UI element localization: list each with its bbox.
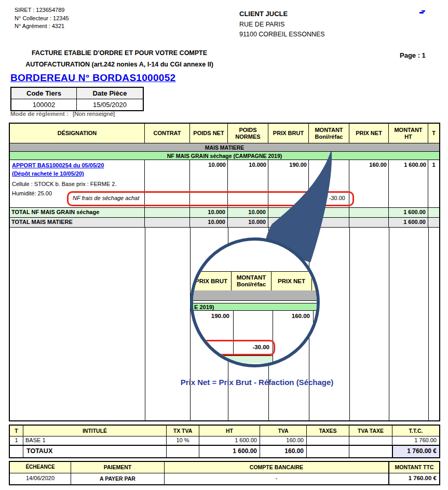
magnifier-circle: PRIX BRUT MONTANT Boni/réfac PRIX NET E … bbox=[190, 237, 320, 367]
apport-poids-normes: 10.000 bbox=[228, 162, 266, 168]
col-header-montant-ht: MONTANT HT bbox=[389, 124, 428, 143]
due-table: ÉCHEANCE PAIEMENT COMPTE BANCAIRE MONTAN… bbox=[9, 461, 440, 485]
tax-header-tx-tva: TX TVA bbox=[167, 426, 199, 436]
bordereau-title-link[interactable]: BORDEREAU N° BORDAS1000052 bbox=[10, 72, 175, 84]
apport-poids-net: 10.000 bbox=[190, 162, 226, 168]
tax-row-taxes bbox=[307, 436, 349, 445]
total-nf-row: TOTAL NF MAIS GRAIN séchage 10.000 10.00… bbox=[10, 208, 439, 218]
tax-row-tva-taxe bbox=[349, 436, 392, 445]
column-rule bbox=[428, 228, 429, 420]
apport-prix-brut: 190.00 bbox=[268, 162, 307, 168]
tax-base-row: 1 BASE 1 10 % 1 600.00 160.00 1 760.00 bbox=[10, 436, 439, 446]
mag-header-text: MONTANT bbox=[237, 274, 266, 281]
totaux-tva: 160.00 bbox=[260, 446, 307, 457]
col-header-text: POIDS NET bbox=[193, 130, 224, 137]
total-nf-label: TOTAL NF MAIS GRAIN séchage bbox=[10, 208, 145, 217]
section-row-campaign: NF MAIS GRAIN séchage (CAMPAGNE 2019) bbox=[10, 152, 439, 160]
code-tiers-header: Code Tiers bbox=[11, 88, 77, 99]
total-matiere-row: TOTAL MAIS MATIERE 10.000 10.000 1 600.0… bbox=[10, 218, 439, 228]
mag-header-text2: Boni/réfac bbox=[237, 281, 266, 288]
empty-cell bbox=[268, 218, 309, 227]
client-block: CLIENT JUCLE RUE DE PARIS 91100 CORBEIL … bbox=[239, 9, 325, 39]
due-header-echeance: ÉCHEANCE bbox=[10, 462, 71, 473]
self-billing-notice: FACTURE ETABLIE D'ORDRE ET POUR VOTRE CO… bbox=[16, 47, 223, 70]
tax-header-intitule: INTITULÉ bbox=[23, 426, 167, 436]
refac-value: -30.00 bbox=[329, 195, 345, 201]
due-compte-value: - bbox=[165, 473, 389, 484]
empty-cell bbox=[309, 218, 349, 227]
total-nf-montant-ht: 1 600.00 bbox=[389, 208, 428, 217]
apport-cellule-line: Cellule : STOCK b. Base prix : FERME 2. bbox=[12, 181, 117, 187]
apport-link-line2[interactable]: (Dépôt racheté le 10/05/20) bbox=[12, 169, 84, 178]
empty-cell bbox=[145, 218, 190, 227]
apport-row-overlay: APPORT BAS1000254 du 05/05/20 (Dépôt rac… bbox=[10, 160, 439, 207]
apport-humidite-line: Humidité: 25.00 bbox=[12, 190, 52, 196]
mag-header-text: PRIX NET bbox=[278, 278, 305, 285]
total-matiere-poids-net: 10.000 bbox=[190, 218, 228, 227]
due-header-paiement: PAIEMENT bbox=[71, 462, 165, 473]
col-header-text: CONTRAT bbox=[154, 130, 181, 137]
col-header-text2: HT bbox=[404, 134, 412, 140]
tax-totals-row: TOTAUX 1 600.00 160.00 1 760.00 € bbox=[10, 446, 439, 457]
totaux-ht: 1 600.00 bbox=[199, 446, 260, 457]
empty-cell bbox=[349, 218, 389, 227]
tax-summary-table: T INTITULÉ TX TVA HT TVA TAXES TVA TAXE … bbox=[9, 425, 440, 458]
refac-label: NF frais de séchage achat bbox=[73, 195, 139, 201]
section-row-mais-matiere: MAIS MATIERE bbox=[10, 143, 439, 152]
col-header-prix-net: PRIX NET bbox=[349, 124, 389, 143]
apport-montant-ht: 1 600.00 bbox=[389, 162, 426, 168]
due-header-row: ÉCHEANCE PAIEMENT COMPTE BANCAIRE MONTAN… bbox=[10, 462, 439, 473]
due-montant-value: 1 760.00 € bbox=[389, 473, 439, 484]
due-header-compte-bancaire: COMPTE BANCAIRE bbox=[165, 462, 389, 473]
tax-row-ttc: 1 760.00 bbox=[392, 436, 439, 445]
campaign-label: NF MAIS GRAIN séchage (CAMPAGNE 2019) bbox=[10, 152, 439, 160]
due-echeance-value: 14/06/2020 bbox=[10, 473, 71, 484]
code-tiers-value: 100002 bbox=[11, 99, 77, 110]
apport-prix-net: 160.00 bbox=[349, 162, 387, 168]
col-header-text: PRIX BRUT bbox=[273, 130, 304, 137]
empty-cell bbox=[309, 208, 349, 217]
empty-cell bbox=[428, 208, 439, 217]
main-table-header-row: DÉSIGNATION CONTRAT POIDS NET POIDS NORM… bbox=[10, 124, 439, 143]
total-nf-poids-net: 10.000 bbox=[190, 208, 228, 217]
due-paiement-value: A PAYER PAR bbox=[71, 473, 165, 484]
tax-header-row: T INTITULÉ TX TVA HT TVA TAXES TVA TAXE … bbox=[10, 426, 439, 436]
tax-row-intitule: BASE 1 bbox=[23, 436, 167, 445]
tiers-table: Code Tiers Date Pièce 100002 15/05/2020 bbox=[10, 87, 144, 111]
due-header-montant-ttc: MONTANT TTC bbox=[389, 462, 439, 473]
tiers-value-row: 100002 15/05/2020 bbox=[11, 99, 143, 110]
empty-cell bbox=[167, 446, 199, 457]
date-piece-value: 15/05/2020 bbox=[77, 99, 143, 110]
invoice-page: SIRET : 123654789 N° Collecteur : 12345 … bbox=[0, 0, 448, 490]
client-address-line2: 91100 CORBEIL ESSONNES bbox=[239, 30, 325, 39]
notice-line1: FACTURE ETABLIE D'ORDRE ET POUR VOTRE CO… bbox=[16, 47, 223, 59]
tiers-header-row: Code Tiers Date Pièce bbox=[11, 88, 143, 99]
col-header-text2: Boni/réfac bbox=[315, 134, 343, 140]
date-piece-header: Date Pièce bbox=[77, 88, 143, 99]
payment-mode-label: Mode de règlement : bbox=[10, 111, 69, 117]
totaux-ttc: 1 760.00 € bbox=[392, 446, 439, 457]
tax-row-t: 1 bbox=[10, 436, 23, 445]
col-header-prix-brut: PRIX BRUT bbox=[268, 124, 309, 143]
col-header-t: T bbox=[428, 124, 439, 143]
formula-annotation: Prix Net = Prix Brut - Réfaction (Séchag… bbox=[148, 378, 366, 387]
mag-prix-net-value: 160.00 bbox=[273, 313, 310, 319]
apport-link-line1[interactable]: APPORT BAS1000254 du 05/05/20 bbox=[12, 161, 104, 169]
siret-line: SIRET : 123654789 bbox=[15, 6, 69, 15]
col-header-poids-net: POIDS NET bbox=[190, 124, 228, 143]
total-matiere-label: TOTAL MAIS MATIERE bbox=[10, 218, 145, 227]
col-header-montant-boni-refac: MONTANT Boni/réfac bbox=[309, 124, 349, 143]
col-header-text: MONTANT bbox=[315, 127, 343, 134]
client-name: CLIENT JUCLE bbox=[239, 9, 325, 19]
col-header-designation: DÉSIGNATION bbox=[10, 124, 145, 143]
totaux-label: TOTAUX bbox=[23, 446, 167, 457]
apport-t-flag: 1 bbox=[428, 162, 439, 168]
mag-refac-value: -30.00 bbox=[252, 344, 269, 350]
col-header-text2: NORMES bbox=[235, 134, 260, 140]
tax-header-t: T bbox=[10, 426, 23, 436]
cursor-artifact-icon bbox=[417, 9, 427, 15]
empty-cell bbox=[349, 208, 389, 217]
total-matiere-poids-normes: 10.000 bbox=[228, 218, 268, 227]
column-rule bbox=[190, 228, 191, 420]
mag-prix-brut-value: 190.00 bbox=[191, 313, 229, 319]
